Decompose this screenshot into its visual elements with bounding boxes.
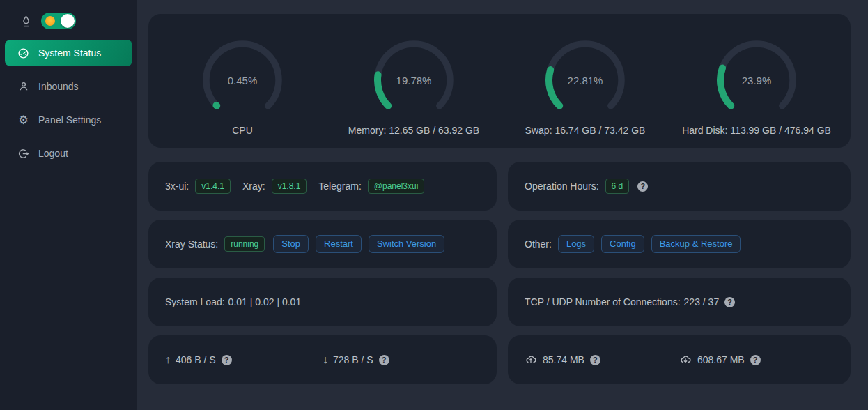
help-icon[interactable]: ? — [379, 355, 389, 365]
theme-droplet-icon — [20, 15, 32, 28]
gear-icon: ⚙ — [17, 114, 29, 126]
cloud-upload-icon — [525, 354, 537, 366]
total-downloaded-value: 608.67 MB — [697, 354, 745, 365]
sidebar-item-label: System Status — [38, 47, 101, 59]
download-speed-value: 728 B / S — [333, 354, 373, 365]
config-button[interactable]: Config — [601, 235, 644, 253]
memory-label: Memory: 12.65 GB / 63.92 GB — [348, 125, 479, 136]
sun-icon — [45, 16, 55, 26]
dashboard-icon — [17, 47, 29, 59]
logout-icon — [17, 148, 29, 160]
xray-status-card: Xray Status: running Stop Restart Switch… — [148, 220, 497, 268]
memory-gauge: 19.78% Memory: 12.65 GB / 63.92 GB — [328, 14, 499, 148]
disk-percent: 23.9% — [716, 40, 797, 121]
help-icon[interactable]: ? — [750, 355, 761, 365]
operation-hours-tag: 6 d — [605, 179, 630, 194]
backup-restore-button[interactable]: Backup & Restore — [651, 235, 741, 253]
sidebar-item-label: Logout — [38, 148, 68, 159]
app-version-label: 3x-ui: — [165, 181, 189, 192]
cpu-gauge: 0.45% CPU — [157, 14, 328, 148]
other-actions-card: Other: Logs Config Backup & Restore — [508, 220, 851, 268]
network-total-card: 85.74 MB ? 608.67 MB ? — [508, 335, 851, 384]
resource-gauges-card: 0.45% CPU 19.78% Memory: 12.65 GB / 63.9… — [148, 14, 851, 148]
sidebar-theme-row — [0, 11, 137, 31]
download-speed: ↓ 728 B / S ? — [323, 354, 480, 366]
connections-label: TCP / UDP Number of Connections: — [525, 296, 681, 308]
arrow-up-icon: ↑ — [165, 354, 171, 366]
sidebar-item-inbounds[interactable]: Inbounds — [5, 73, 132, 100]
app-version-tag: v1.4.1 — [195, 179, 231, 194]
disk-label: Hard Disk: 113.99 GB / 476.94 GB — [682, 125, 831, 136]
swap-label: Swap: 16.74 GB / 73.42 GB — [525, 125, 646, 136]
total-downloaded: 608.67 MB ? — [679, 354, 834, 366]
sidebar-item-logout[interactable]: Logout — [5, 140, 132, 167]
system-load-card: System Load: 0.01 | 0.02 | 0.01 — [148, 278, 497, 326]
sidebar-item-label: Panel Settings — [38, 114, 101, 126]
xray-status-label: Xray Status: — [165, 238, 218, 250]
memory-percent: 19.78% — [373, 40, 454, 121]
help-icon[interactable]: ? — [724, 297, 735, 308]
disk-gauge: 23.9% Hard Disk: 113.99 GB / 476.94 GB — [671, 14, 842, 148]
user-icon — [17, 81, 29, 92]
sidebar-item-label: Inbounds — [38, 81, 79, 92]
xray-version-tag: v1.8.1 — [272, 179, 307, 194]
connections-card: TCP / UDP Number of Connections: 223 / 3… — [508, 278, 851, 326]
swap-gauge: 22.81% Swap: 16.74 GB / 73.42 GB — [499, 14, 671, 148]
arrow-down-icon: ↓ — [323, 354, 328, 366]
xray-version-label: Xray: — [242, 181, 265, 192]
other-label: Other: — [525, 238, 552, 250]
versions-card: 3x-ui: v1.4.1 Xray: v1.8.1 Telegram: @pa… — [148, 162, 497, 211]
sidebar: System Status Inbounds ⚙ Panel Settings — [0, 0, 137, 410]
network-speed-card: ↑ 406 B / S ? ↓ 728 B / S ? — [148, 335, 497, 384]
sidebar-menu: System Status Inbounds ⚙ Panel Settings — [0, 40, 137, 167]
cpu-percent: 0.45% — [202, 40, 283, 121]
theme-toggle[interactable] — [41, 13, 76, 29]
operation-hours-label: Operation Hours: — [525, 181, 599, 192]
swap-percent: 22.81% — [545, 40, 626, 121]
total-uploaded: 85.74 MB ? — [525, 354, 679, 366]
help-icon[interactable]: ? — [590, 355, 600, 365]
system-load-value: 0.01 | 0.02 | 0.01 — [228, 296, 302, 308]
app-window: System Status Inbounds ⚙ Panel Settings — [0, 0, 868, 410]
restart-button[interactable]: Restart — [316, 235, 362, 253]
cpu-label: CPU — [232, 125, 253, 136]
system-load-label: System Load: — [165, 296, 225, 308]
cloud-download-icon — [679, 354, 692, 366]
operation-hours-card: Operation Hours: 6 d ? — [508, 162, 851, 211]
sidebar-item-system-status[interactable]: System Status — [5, 40, 132, 66]
xray-status-tag: running — [224, 236, 265, 252]
total-uploaded-value: 85.74 MB — [543, 354, 584, 365]
help-icon[interactable]: ? — [637, 181, 648, 192]
switch-version-button[interactable]: Switch Version — [369, 235, 444, 253]
help-icon[interactable]: ? — [222, 355, 232, 365]
telegram-label: Telegram: — [318, 181, 361, 192]
sidebar-item-panel-settings[interactable]: ⚙ Panel Settings — [5, 107, 132, 133]
system-status-page: 0.45% CPU 19.78% Memory: 12.65 GB / 63.9… — [137, 0, 868, 410]
status-cards-grid: 3x-ui: v1.4.1 Xray: v1.8.1 Telegram: @pa… — [148, 162, 851, 384]
telegram-handle-tag[interactable]: @panel3xui — [368, 179, 425, 194]
stop-button[interactable]: Stop — [273, 235, 309, 253]
upload-speed: ↑ 406 B / S ? — [165, 354, 323, 366]
logs-button[interactable]: Logs — [558, 235, 594, 253]
connections-value: 223 / 37 — [684, 296, 720, 308]
toggle-knob — [61, 14, 75, 28]
upload-speed-value: 406 B / S — [176, 354, 216, 365]
